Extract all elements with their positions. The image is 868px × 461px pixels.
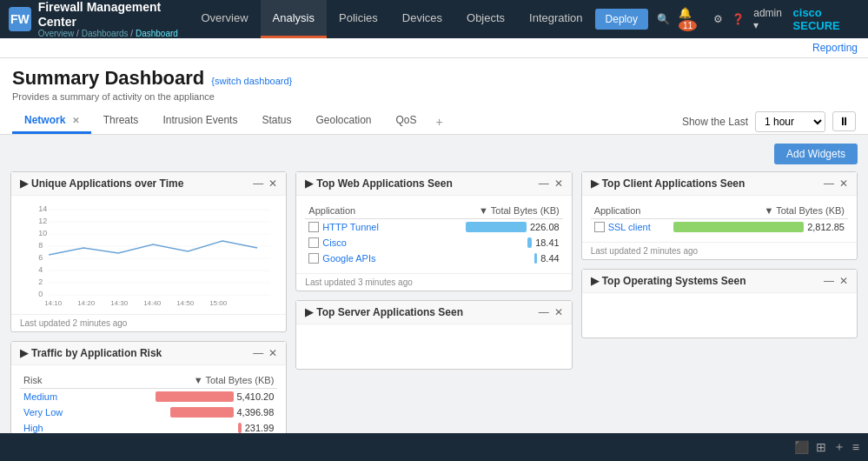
traffic-risk-minimize[interactable]: — xyxy=(253,347,263,359)
nav-menu: Overview Analysis Policies Devices Objec… xyxy=(189,0,594,38)
svg-text:14:30: 14:30 xyxy=(110,299,129,307)
svg-text:14:10: 14:10 xyxy=(44,299,63,307)
svg-text:14:20: 14:20 xyxy=(77,299,96,307)
help-icon[interactable]: ❓ xyxy=(732,13,745,25)
widget-top-web-controls: — ✕ xyxy=(539,177,563,190)
time-select[interactable]: 1 hour 6 hours 12 hours 24 hours 1 week xyxy=(755,111,825,132)
svg-text:6: 6 xyxy=(38,253,43,262)
tab-network-close[interactable]: ✕ xyxy=(72,116,79,125)
page-title: Summary Dashboard xyxy=(12,67,204,90)
unique-apps-close[interactable]: ✕ xyxy=(268,177,277,190)
row-checkbox xyxy=(594,222,605,232)
settings-icon[interactable]: ⚙ xyxy=(713,13,723,25)
risk-name: Medium xyxy=(20,389,89,405)
top-os-close[interactable]: ✕ xyxy=(839,275,848,287)
page-subtitle: Provides a summary of activity on the ap… xyxy=(12,91,856,102)
top-web-close[interactable]: ✕ xyxy=(554,177,563,190)
reporting-link[interactable]: Reporting xyxy=(812,42,858,54)
unique-apps-minimize[interactable]: — xyxy=(253,177,263,190)
widget-top-client-body: Application ▼ Total Bytes (KB) SSL clien… xyxy=(582,196,857,242)
top-server-minimize[interactable]: — xyxy=(539,306,549,318)
content-area: Add Widgets ▶ Unique Applications over T… xyxy=(0,135,868,461)
widget-unique-apps-arrow: ▶ xyxy=(20,177,28,190)
widget-traffic-risk-header: ▶ Traffic by Application Risk — ✕ xyxy=(11,342,286,365)
app-bytes: 226.08 xyxy=(417,219,563,236)
switch-dashboard-link[interactable]: {switch dashboard} xyxy=(211,76,292,86)
breadcrumb-dashboard[interactable]: Dashboard xyxy=(136,29,178,38)
search-icon[interactable]: 🔍 xyxy=(657,13,670,25)
widget-top-server-header: ▶ Top Server Applications Seen — ✕ xyxy=(296,301,571,324)
terminal-icon[interactable]: ⬛ xyxy=(794,440,809,454)
top-web-minimize[interactable]: — xyxy=(539,177,549,190)
nav-overview[interactable]: Overview xyxy=(189,0,260,38)
widget-top-os-arrow: ▶ xyxy=(591,275,599,287)
app-title: Firewall Management Center xyxy=(38,0,189,29)
widget-top-os-body xyxy=(582,293,857,337)
svg-text:14: 14 xyxy=(38,204,47,213)
add-widgets-button[interactable]: Add Widgets xyxy=(774,144,858,164)
tab-status[interactable]: Status xyxy=(249,109,303,134)
pause-button[interactable]: ⏸ xyxy=(832,111,856,131)
table-row[interactable]: HTTP Tunnel 226.08 xyxy=(305,219,562,236)
nav-policies[interactable]: Policies xyxy=(327,0,390,38)
nav-devices[interactable]: Devices xyxy=(390,0,454,38)
widget-top-client-footer: Last updated 2 minutes ago xyxy=(582,242,857,259)
nav-analysis[interactable]: Analysis xyxy=(261,0,327,38)
tab-intrusion-events[interactable]: Intrusion Events xyxy=(150,109,249,134)
widget-top-web-apps: ▶ Top Web Applications Seen — ✕ Applicat… xyxy=(295,171,572,291)
tab-network[interactable]: Network ✕ xyxy=(12,109,91,134)
widget-unique-apps-body: 14 12 10 8 6 4 2 0 xyxy=(11,196,286,314)
tab-qos[interactable]: QoS xyxy=(384,109,429,134)
widget-top-server-title: ▶ Top Server Applications Seen xyxy=(305,306,463,318)
add-icon[interactable]: ＋ xyxy=(833,439,845,455)
show-last-label: Show the Last xyxy=(682,116,748,128)
svg-text:12: 12 xyxy=(38,217,47,225)
widget-traffic-risk-controls: — ✕ xyxy=(253,347,277,359)
table-row[interactable]: Cisco 18.41 xyxy=(305,235,562,251)
risk-value: 5,410.20 xyxy=(237,391,275,402)
table-row[interactable]: Google APIs 8.44 xyxy=(305,251,562,266)
nav-integration[interactable]: Integration xyxy=(517,0,594,38)
widget-top-os-title: ▶ Top Operating Systems Seen xyxy=(591,275,746,287)
svg-text:14:40: 14:40 xyxy=(143,299,162,307)
svg-text:15:00: 15:00 xyxy=(209,299,228,307)
widget-top-os-controls: — ✕ xyxy=(824,275,848,287)
app-bytes: 18.41 xyxy=(417,235,563,251)
widget-top-web-apps-body: Application ▼ Total Bytes (KB) HTTP Tunn… xyxy=(296,196,571,273)
table-row[interactable]: SSL client 2,812.85 xyxy=(591,219,848,236)
top-nav: FW Firewall Management Center Overview /… xyxy=(0,0,868,38)
svg-text:2: 2 xyxy=(38,277,43,286)
app-value: 8.44 xyxy=(540,253,559,264)
breadcrumb-overview[interactable]: Overview xyxy=(38,29,75,38)
deploy-button[interactable]: Deploy xyxy=(595,9,648,30)
risk-bytes: 5,410.20 xyxy=(89,389,278,405)
widget-top-web-apps-header: ▶ Top Web Applications Seen — ✕ xyxy=(296,172,571,196)
row-checkbox xyxy=(308,253,319,264)
top-server-close[interactable]: ✕ xyxy=(554,306,563,318)
web-bytes-col: ▼ Total Bytes (KB) xyxy=(417,203,563,219)
admin-menu[interactable]: admin ▾ xyxy=(753,7,784,31)
bottom-bar: ⬛ ⊞ ＋ ≡ xyxy=(0,433,868,461)
table-row[interactable]: Very Low 4,396.98 xyxy=(20,404,277,420)
widget-top-web-footer: Last updated 3 minutes ago xyxy=(296,273,571,291)
grid-icon[interactable]: ⊞ xyxy=(816,440,826,454)
nav-objects[interactable]: Objects xyxy=(454,0,517,38)
tab-geolocation[interactable]: Geolocation xyxy=(303,109,383,134)
widget-top-server-controls: — ✕ xyxy=(539,306,563,318)
notification-icon[interactable]: 🔔11 xyxy=(679,7,705,31)
svg-text:10: 10 xyxy=(38,229,47,237)
chart-area: 14 12 10 8 6 4 2 0 xyxy=(20,203,277,307)
traffic-risk-close[interactable]: ✕ xyxy=(268,347,277,359)
widget-traffic-risk-arrow: ▶ xyxy=(20,347,28,359)
app-name: SSL client xyxy=(608,222,651,232)
table-row[interactable]: Medium 5,410.20 xyxy=(20,389,277,405)
tab-add-button[interactable]: + xyxy=(429,110,450,134)
cisco-secure-logo: cisco SECURE xyxy=(793,6,859,32)
breadcrumb-dashboards[interactable]: Dashboards xyxy=(82,29,129,38)
top-client-close[interactable]: ✕ xyxy=(839,177,848,190)
tab-threats[interactable]: Threats xyxy=(91,109,151,134)
risk-col-header: Risk xyxy=(20,372,89,389)
menu-icon[interactable]: ≡ xyxy=(852,440,859,454)
top-os-minimize[interactable]: — xyxy=(824,275,834,287)
top-client-minimize[interactable]: — xyxy=(824,177,834,190)
